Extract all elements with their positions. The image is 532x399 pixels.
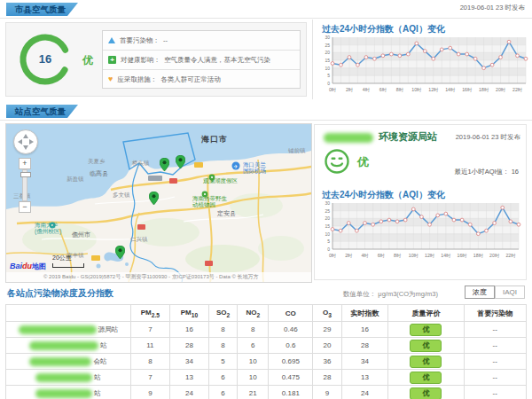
cell-so2: 5 [208, 354, 237, 370]
health-icon: + [108, 56, 116, 64]
toggle-concentration-button[interactable]: 浓度 [465, 286, 495, 299]
toggle-iaqi-button[interactable]: IAQI [495, 286, 525, 299]
svg-text:15: 15 [325, 223, 330, 229]
zoom-control[interactable]: + − [19, 158, 31, 213]
station-name-suffix: 会站 [93, 357, 106, 365]
column-header: 质量评价 [388, 305, 464, 322]
station-name-cell: 站 [6, 386, 131, 399]
cell-grade: 优 [388, 370, 464, 386]
table-row: 站1128860.62028优-- [6, 338, 527, 354]
aqi-24h-chart: 0510152025300时2时4时6时8时10时12时14时16时18时20时… [318, 35, 531, 98]
blurred-station-name [35, 373, 92, 382]
pan-left-icon[interactable] [18, 139, 22, 145]
pan-down-icon[interactable] [23, 145, 28, 150]
info-value: -- [163, 36, 168, 44]
svg-text:✈: ✈ [233, 164, 238, 169]
station-level: 优 [357, 154, 369, 170]
station-name-cell: 会站 [6, 354, 131, 370]
station-name-suffix: 站 [100, 341, 107, 349]
station-aqi-24h-chart: 0510152025300时2时4时6时8时10时12时14时16时18时20时… [318, 200, 524, 264]
compass-control[interactable] [13, 129, 38, 154]
column-header: NO2 [238, 305, 269, 322]
svg-text:18时: 18时 [479, 87, 489, 92]
svg-text:5: 5 [327, 73, 330, 78]
station-publish-time: 2019-06-01 23 时发布 [456, 133, 520, 142]
blurred-station-name [35, 389, 92, 398]
svg-text:10时: 10时 [409, 253, 419, 258]
svg-text:10: 10 [325, 66, 330, 71]
city-aqi-panel: 16 优 首要污染物： -- + 对健康影响： 空气质量令人满意，基本无空气污染… [5, 22, 307, 97]
blurred-station-name [29, 357, 91, 366]
pollutant-table: PM2.5PM10SO2NO2COO3实时指数质量评价首要污染物 源局站7168… [5, 304, 527, 399]
cell-o3: 28 [313, 370, 341, 386]
map-attribution: © 2019 Baidu - GS(2019)5872号 - 甲测资字11009… [6, 272, 311, 282]
station-map[interactable]: ✈ 海口市铺前镇桥头镇美夏乡临高县新盈镇多文镇三都镇海口美兰国际机场观澜湖度假区… [5, 123, 312, 283]
cell-grade: 优 [388, 322, 464, 338]
column-header: 实时指数 [341, 305, 388, 322]
cell-pm25: 8 [130, 354, 169, 370]
svg-text:16时: 16时 [458, 253, 468, 258]
divider [0, 120, 532, 121]
cell-pm10: 13 [169, 370, 208, 386]
aqi-level: 优 [82, 53, 93, 68]
svg-text:14时: 14时 [445, 87, 456, 92]
city-section-banner: 市县空气质量 [6, 3, 78, 16]
recent-aqi-label: 最近1小时AQI值： [454, 168, 509, 176]
cell-index: 34 [341, 354, 388, 370]
svg-text:0时: 0时 [329, 253, 337, 258]
svg-text:0: 0 [327, 81, 330, 86]
quality-badge: 优 [410, 387, 442, 399]
svg-text:16时: 16时 [462, 87, 473, 92]
svg-text:0时: 0时 [329, 87, 337, 92]
svg-text:14时: 14时 [441, 253, 451, 258]
svg-text:25: 25 [325, 43, 330, 48]
column-header: PM2.5 [130, 305, 169, 322]
svg-text:4时: 4时 [363, 87, 371, 92]
flask-icon [108, 37, 115, 43]
baidu-logo: Baidu地图 [10, 262, 46, 271]
svg-text:25: 25 [325, 208, 330, 214]
info-label: 对健康影响： [121, 56, 160, 65]
chart-title: 过去24小时分指数（AQI）变化 [322, 23, 445, 35]
blurred-station-name [29, 341, 98, 350]
cell-so2: 6 [208, 386, 237, 399]
zoom-track[interactable] [22, 169, 27, 201]
cell-primary-pollutant: -- [464, 354, 526, 370]
svg-text:18时: 18时 [473, 253, 484, 258]
info-row-pollutant: 首要污染物： -- [103, 31, 300, 51]
map-scale: 20公里 [52, 254, 84, 268]
svg-text:20时: 20时 [496, 87, 506, 92]
table-title: 各站点污染物浓度及分指数 [7, 287, 113, 300]
station-name-cell: 源局站 [6, 322, 131, 338]
heart-icon: ♥ [108, 75, 113, 83]
cell-so2: 8 [208, 338, 237, 354]
unit-toggle-group: 浓度 IAQI [465, 286, 525, 299]
cell-no2: 8 [238, 322, 269, 338]
scale-label: 20公里 [52, 254, 72, 261]
cell-no2: 10 [238, 370, 269, 386]
svg-text:5: 5 [327, 239, 330, 244]
pan-right-icon[interactable] [29, 139, 34, 145]
zoom-handle[interactable] [20, 172, 31, 177]
unit-note: 数值单位： μg/m3(CO为mg/m3) [343, 290, 438, 299]
cell-co: 0.695 [269, 354, 313, 370]
recent-aqi-value: 16 [512, 168, 519, 176]
table-header-row: PM2.5PM10SO2NO2COO3实时指数质量评价首要污染物 [6, 305, 527, 322]
cell-primary-pollutant: -- [464, 322, 526, 338]
cell-no2: 21 [238, 386, 269, 399]
zoom-out-button[interactable]: − [19, 201, 31, 213]
blurred-station-name [324, 133, 373, 143]
aqi-value: 16 [17, 52, 74, 66]
column-header: 首要污染物 [464, 305, 526, 322]
column-header [6, 305, 131, 322]
cell-co: 0.46 [269, 322, 313, 338]
pan-up-icon[interactable] [23, 134, 28, 138]
scale-bar [52, 263, 84, 268]
cell-index: 24 [341, 386, 388, 399]
zoom-in-button[interactable]: + [19, 158, 31, 169]
cell-so2: 6 [208, 370, 237, 386]
quality-badge: 优 [410, 356, 442, 368]
cell-co: 0.475 [269, 370, 313, 386]
cell-primary-pollutant: -- [464, 338, 526, 354]
svg-text:4时: 4时 [361, 253, 369, 258]
